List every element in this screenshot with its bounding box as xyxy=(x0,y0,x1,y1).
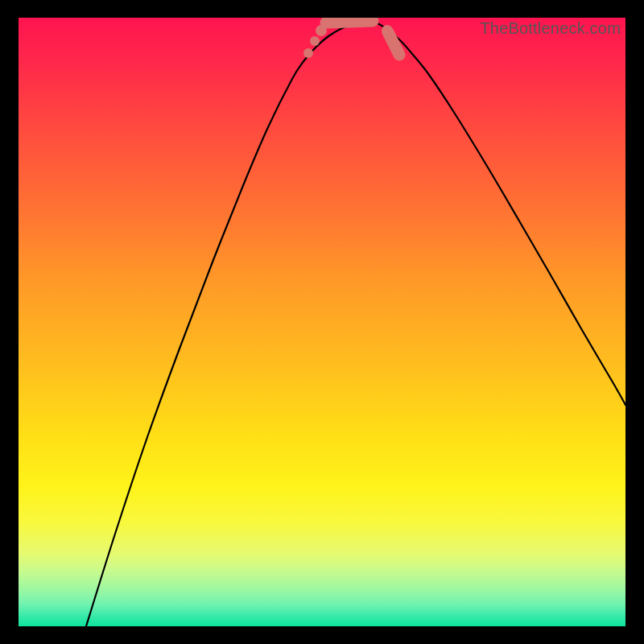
highlight-point xyxy=(390,42,399,52)
highlight-segment xyxy=(326,21,373,23)
attribution-text: TheBottleneck.com xyxy=(480,19,621,38)
chart-svg xyxy=(19,18,625,626)
chart-container: TheBottleneck.com xyxy=(0,0,644,644)
plot-area: TheBottleneck.com xyxy=(19,18,625,626)
highlight-point xyxy=(310,36,320,46)
highlight-point xyxy=(382,25,393,36)
highlight-point xyxy=(303,48,313,58)
right-curve xyxy=(367,19,625,405)
left-curve xyxy=(86,19,367,626)
highlight-point xyxy=(316,25,327,36)
